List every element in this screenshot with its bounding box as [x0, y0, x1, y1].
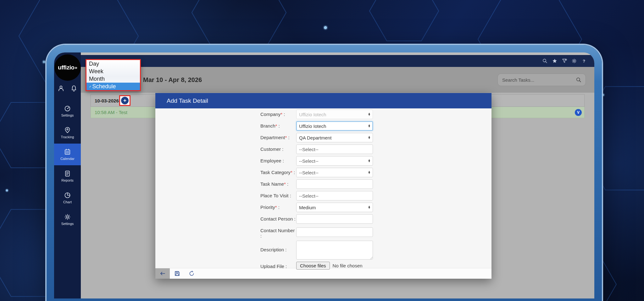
calendar-icon: [64, 148, 71, 156]
assignee-avatar[interactable]: V: [575, 109, 582, 116]
required-asterisk: *: [285, 135, 287, 140]
form-row-upload-file: Upload File :Choose files No file chosen: [260, 262, 373, 270]
field-label-upload-file: Upload File :: [260, 262, 296, 270]
select-stepper-icon: ▲▼: [369, 136, 370, 140]
sidebar-item-label: Settings: [61, 222, 74, 226]
sidebar-item-calendar[interactable]: Calendar: [54, 144, 81, 165]
logo-arrow-glyph: »: [75, 65, 77, 70]
customer-select[interactable]: --Select--: [296, 145, 373, 154]
task-category-select[interactable]: --Select-- ▲▼: [296, 168, 373, 177]
field-label-description: Description :: [260, 241, 296, 260]
sidebar-bell-icon[interactable]: [70, 85, 78, 92]
topbar-help-icon[interactable]: ?: [581, 58, 587, 64]
sidebar-item-tracking[interactable]: Tracking: [54, 122, 81, 144]
modal-title: Add Task Detail: [167, 97, 208, 104]
field-label-task-category: Task Category* :: [260, 168, 296, 177]
topbar-filter-icon[interactable]: [562, 58, 567, 64]
topbar-search-icon[interactable]: [542, 58, 548, 64]
place-to-visit-select[interactable]: --Select--: [296, 191, 373, 200]
select-stepper-icon: ▲▼: [369, 124, 370, 128]
sidebar-item-chart[interactable]: Chart: [54, 187, 81, 209]
top-toolbar: ?: [81, 55, 594, 67]
map-pin-icon: [64, 127, 71, 134]
required-asterisk: *: [275, 123, 277, 129]
form-row-contact-number: Contact Number :: [260, 226, 373, 238]
form-row-customer: Customer : --Select--: [260, 145, 373, 154]
pie-chart-icon: [64, 192, 71, 199]
dropdown-option-week[interactable]: Week: [86, 68, 140, 75]
view-dropdown-open: DayWeekMonth✓Schedule: [86, 59, 141, 91]
svg-text:?: ?: [583, 59, 585, 63]
form-row-task-category: Task Category* : --Select-- ▲▼: [260, 168, 373, 177]
form-row-description: Description :: [260, 241, 373, 260]
select-stepper-icon: ▲▼: [369, 206, 370, 209]
contact-person-input[interactable]: [296, 214, 373, 224]
form-row-department: Department* : QA Department ▲▼: [260, 133, 373, 142]
search-tasks-input[interactable]: [502, 77, 575, 83]
select-stepper-icon: ▲▼: [369, 171, 370, 174]
sidebar-quick-icons: [54, 85, 81, 92]
back-button[interactable]: [155, 268, 170, 279]
task-name-input[interactable]: [296, 179, 373, 189]
form-row-task-name: Task Name* :: [260, 179, 373, 189]
back-icon: [159, 270, 166, 277]
form-row-branch: Branch* : Uffizio Iotech ▲▼: [260, 121, 373, 131]
field-label-contact-number: Contact Number :: [260, 226, 296, 238]
sidebar-item-settings[interactable]: Settings: [54, 209, 81, 230]
add-task-button[interactable]: +: [121, 97, 129, 104]
field-label-customer: Customer :: [260, 145, 296, 154]
tablet-device-frame: uffizio» Settings Tracking Calendar Repo…: [47, 45, 602, 301]
dropdown-option-month[interactable]: Month: [86, 75, 140, 83]
form-row-company: Company* : Uffizio Iotech ▲▼: [260, 110, 373, 119]
calendar-header: Mar 10 - Apr 8, 2026: [81, 67, 594, 93]
dropdown-option-schedule[interactable]: ✓Schedule: [86, 83, 140, 90]
sidebar-item-label: Reports: [61, 178, 74, 182]
field-label-department: Department* :: [260, 133, 296, 142]
topbar-gear-icon[interactable]: [571, 58, 577, 64]
topbar-star-icon[interactable]: [552, 58, 558, 64]
employee-select[interactable]: --Select-- ▲▼: [296, 156, 373, 166]
refresh-button[interactable]: [184, 268, 199, 279]
plus-icon: +: [123, 98, 126, 103]
logo-text: uffizio: [58, 64, 74, 71]
modal-body: Company* : Uffizio Iotech ▲▼Branch* : Uf…: [155, 108, 491, 268]
sidebar-item-reports[interactable]: Reports: [54, 165, 81, 187]
branch-select[interactable]: Uffizio Iotech ▲▼: [296, 121, 373, 131]
field-label-task-name: Task Name* :: [260, 179, 296, 189]
required-asterisk: *: [275, 205, 277, 210]
dropdown-option-day[interactable]: Day: [86, 60, 140, 68]
sidebar-item-label: Calendar: [60, 157, 75, 161]
department-select[interactable]: QA Department ▲▼: [296, 133, 373, 142]
form-row-contact-person: Contact Person :: [260, 214, 373, 224]
sidebar-item-label: Settings: [61, 113, 74, 117]
contact-number-input[interactable]: [296, 227, 373, 237]
app-screen: uffizio» Settings Tracking Calendar Repo…: [54, 52, 594, 298]
desktop-background: uffizio» Settings Tracking Calendar Repo…: [0, 0, 644, 301]
file-status: No file chosen: [333, 263, 363, 268]
sidebar-person-icon[interactable]: [57, 85, 65, 92]
add-task-modal: Add Task Detail Company* : Uffizio Iotec…: [155, 93, 491, 279]
field-label-company: Company* :: [260, 110, 296, 119]
required-asterisk: *: [284, 181, 286, 187]
refresh-icon: [188, 270, 195, 277]
save-icon: [174, 270, 180, 277]
search-tasks-box[interactable]: [497, 74, 586, 86]
sidebar-item-label: Chart: [63, 200, 72, 204]
sidebar-nav: Settings Tracking Calendar Reports Chart…: [54, 100, 81, 230]
choose-files-button[interactable]: Choose files: [296, 262, 330, 270]
report-icon: [64, 170, 71, 177]
gear-icon: [64, 213, 71, 221]
field-label-employee: Employee :: [260, 156, 296, 166]
priority-select[interactable]: Medium ▲▼: [296, 203, 373, 212]
add-task-annotation-box: +: [119, 95, 130, 106]
field-label-branch: Branch* :: [260, 121, 296, 131]
date-label: 10-03-2026: [91, 98, 119, 103]
description-textarea[interactable]: [296, 241, 373, 260]
form-row-employee: Employee : --Select-- ▲▼: [260, 156, 373, 166]
form-row-priority: Priority* : Medium ▲▼: [260, 203, 373, 212]
search-icon: [542, 58, 548, 64]
sidebar-item-settings[interactable]: Settings: [54, 100, 81, 122]
save-button[interactable]: [170, 268, 184, 279]
sidebar: uffizio» Settings Tracking Calendar Repo…: [54, 52, 81, 298]
person-icon: [57, 85, 65, 92]
